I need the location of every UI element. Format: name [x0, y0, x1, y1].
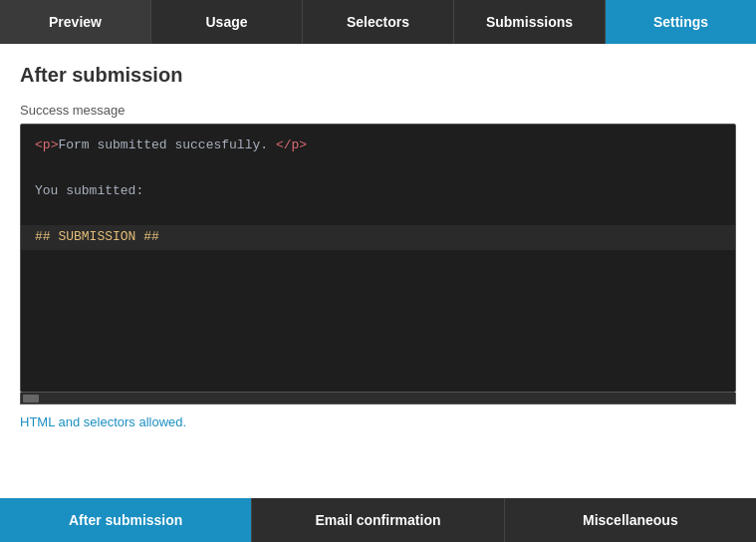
code-line-1: <p>Form submitted succesfully. </p> [35, 135, 721, 157]
tab-submissions[interactable]: Submissions [454, 0, 606, 44]
code-line-3: ## SUBMISSION ## [21, 225, 735, 250]
code-line-2: You submitted: [35, 180, 721, 203]
tab-preview[interactable]: Preview [0, 0, 151, 44]
bottom-tab-miscellaneous[interactable]: Miscellaneous [505, 498, 756, 542]
editor-scrollbar[interactable] [20, 393, 736, 405]
tab-selectors[interactable]: Selectors [303, 0, 454, 44]
tab-settings[interactable]: Settings [606, 0, 756, 44]
bottom-tab-after-submission[interactable]: After submission [0, 498, 252, 542]
hint-text: HTML and selectors allowed. [20, 414, 736, 429]
scrollbar-thumb [23, 395, 39, 403]
code-line-blank-2 [35, 202, 721, 225]
page-title: After submission [20, 64, 736, 87]
main-content: After submission Success message <p>Form… [0, 44, 756, 498]
tab-usage[interactable]: Usage [151, 0, 303, 44]
code-editor[interactable]: <p>Form submitted succesfully. </p> You … [20, 124, 736, 393]
top-nav: Preview Usage Selectors Submissions Sett… [0, 0, 756, 44]
field-label: Success message [20, 103, 736, 118]
bottom-nav: After submission Email confirmation Misc… [0, 498, 756, 542]
bottom-tab-email-confirmation[interactable]: Email confirmation [252, 498, 504, 542]
code-line-blank-1 [35, 157, 721, 180]
